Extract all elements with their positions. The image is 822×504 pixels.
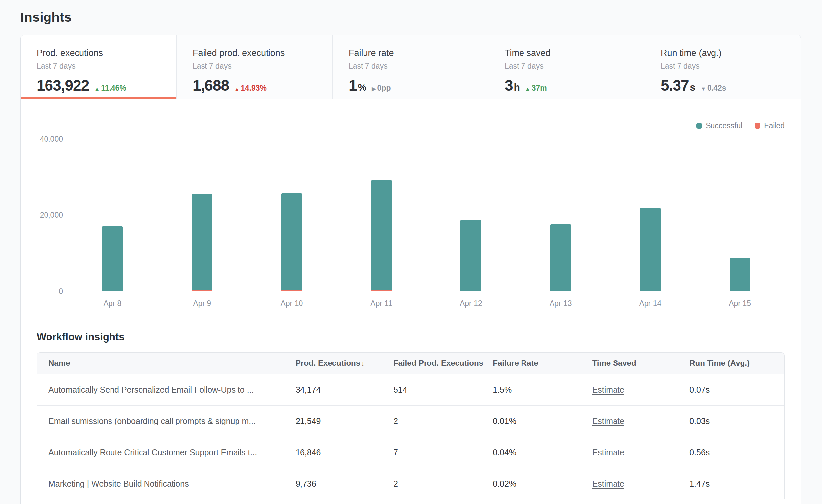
column-header-label: Failed Prod. Executions — [394, 359, 483, 368]
executions-chart: SuccessfulFailed 020,00040,000 Apr 8Apr … — [21, 99, 801, 308]
card-delta-text: 11.46% — [101, 84, 126, 93]
cell-failed-executions: 2 — [394, 405, 493, 437]
bar — [371, 180, 392, 291]
y-tick-label: 0 — [59, 287, 63, 296]
chart-legend: SuccessfulFailed — [37, 121, 785, 130]
cell-name: Email sumissions (onboarding call prompt… — [37, 405, 296, 437]
bar — [281, 193, 302, 291]
cell-failure-rate: 1.5% — [493, 374, 592, 405]
bar-failed-segment — [281, 290, 302, 291]
cell-prod-executions-value: 21,549 — [296, 416, 321, 426]
card-delta: ▼0.42s — [701, 84, 726, 93]
column-header-run-time-avg-[interactable]: Run Time (Avg.) — [690, 353, 784, 374]
workflow-name-link[interactable]: Automatically Route Critical Customer Su… — [48, 448, 296, 457]
cell-prod-executions-value: 34,174 — [296, 385, 321, 394]
bar-group-apr-10 — [247, 139, 337, 291]
workflow-name-link[interactable]: Email sumissions (onboarding call prompt… — [48, 416, 296, 426]
bar-group-apr-15 — [695, 139, 785, 291]
table-body: Automatically Send Personalized Email Fo… — [37, 374, 784, 499]
table-row: Automatically Send Personalized Email Fo… — [37, 374, 784, 405]
bar — [191, 194, 213, 291]
cell-run-time: 1.47s — [690, 468, 784, 499]
card-sublabel: Last 7 days — [37, 62, 170, 71]
card-label: Prod. executions — [37, 48, 170, 58]
insights-panel: Prod. executionsLast 7 days163,922▲11.46… — [20, 35, 801, 504]
summary-tab-prod-executions[interactable]: Prod. executionsLast 7 days163,922▲11.46… — [21, 35, 177, 99]
bar-successful-segment — [371, 180, 392, 290]
cell-run-time-value: 1.47s — [690, 479, 710, 488]
plot-area — [68, 139, 785, 291]
cell-time-saved: Estimate — [592, 437, 690, 468]
legend-chip-icon — [696, 123, 702, 129]
cell-failure-rate: 0.02% — [493, 468, 592, 499]
cell-time-saved: Estimate — [592, 468, 690, 499]
bar-successful-segment — [550, 224, 571, 291]
trend-right-icon: ▶ — [372, 86, 376, 92]
column-header-failed-prod-executions[interactable]: Failed Prod. Executions — [394, 353, 493, 374]
bar-group-apr-9 — [157, 139, 247, 291]
card-sublabel: Last 7 days — [192, 62, 326, 71]
cell-run-time-value: 0.56s — [690, 448, 710, 457]
column-header-label: Name — [48, 359, 70, 368]
estimate-link[interactable]: Estimate — [592, 479, 625, 488]
cell-time-saved: Estimate — [592, 374, 690, 405]
summary-tab-failure-rate[interactable]: Failure rateLast 7 days1%▶0pp — [333, 35, 489, 99]
cell-failed-executions-value: 2 — [394, 479, 398, 488]
cell-failure-rate: 0.01% — [493, 405, 592, 437]
card-value-row: 1%▶0pp — [349, 76, 482, 94]
card-delta: ▲11.46% — [94, 84, 126, 93]
cell-run-time: 0.07s — [690, 374, 784, 405]
column-header-label: Time Saved — [592, 359, 636, 368]
column-header-name[interactable]: Name — [37, 353, 296, 374]
estimate-link[interactable]: Estimate — [592, 416, 625, 426]
cell-failure-rate-value: 0.02% — [493, 479, 516, 488]
bar — [102, 226, 123, 291]
bar-group-apr-12 — [426, 139, 516, 291]
summary-tab-failed-prod-executions[interactable]: Failed prod. executionsLast 7 days1,688▲… — [177, 35, 333, 99]
table-header-row: NameProd. Executions↓Failed Prod. Execut… — [37, 353, 784, 374]
legend-item-failed[interactable]: Failed — [755, 121, 785, 130]
cell-failed-executions: 7 — [394, 437, 493, 468]
card-delta-text: 0.42s — [707, 84, 726, 93]
summary-tab-time-saved[interactable]: Time savedLast 7 days3h▲37m — [489, 35, 645, 99]
cell-name: Automatically Send Personalized Email Fo… — [37, 374, 296, 405]
table-row: Email sumissions (onboarding call prompt… — [37, 405, 784, 437]
cell-run-time-value: 0.07s — [690, 385, 710, 394]
card-delta: ▶0pp — [372, 84, 391, 93]
bar-failed-segment — [102, 291, 123, 291]
summary-tab-run-time-avg[interactable]: Run time (avg.)Last 7 days5.37s▼0.42s — [645, 35, 801, 99]
column-header-label: Run Time (Avg.) — [690, 359, 750, 368]
cell-failed-executions: 2 — [394, 468, 493, 499]
bar-failed-segment — [460, 291, 481, 291]
card-value-row: 163,922▲11.46% — [37, 76, 170, 94]
x-tick-label: Apr 12 — [426, 299, 516, 308]
card-label: Time saved — [505, 48, 638, 58]
workflow-name-link[interactable]: Marketing | Website Build Notifications — [48, 479, 296, 489]
card-value-row: 5.37s▼0.42s — [661, 76, 794, 94]
card-value-unit: h — [514, 82, 520, 93]
legend-item-successful[interactable]: Successful — [696, 121, 742, 130]
bar — [730, 258, 750, 291]
column-header-prod-executions[interactable]: Prod. Executions↓ — [296, 353, 394, 374]
bar-successful-segment — [102, 226, 123, 291]
card-value: 5.37 — [661, 76, 689, 94]
card-label: Failure rate — [349, 48, 482, 58]
estimate-link[interactable]: Estimate — [592, 385, 625, 394]
column-header-time-saved[interactable]: Time Saved — [592, 353, 690, 374]
cell-prod-executions: 9,736 — [296, 468, 394, 499]
card-delta: ▲37m — [525, 84, 547, 93]
bar-successful-segment — [730, 258, 750, 291]
workflow-insights-title: Workflow insights — [37, 331, 785, 343]
card-value-unit: % — [358, 82, 367, 93]
trend-up-icon: ▲ — [525, 86, 530, 92]
bar-group-apr-13 — [516, 139, 605, 291]
estimate-link[interactable]: Estimate — [592, 448, 625, 457]
workflow-name-link[interactable]: Automatically Send Personalized Email Fo… — [48, 385, 296, 395]
card-value-row: 3h▲37m — [505, 76, 638, 94]
card-value: 163,922 — [37, 76, 89, 94]
cell-run-time-value: 0.03s — [690, 416, 710, 426]
column-header-failure-rate[interactable]: Failure Rate — [493, 353, 592, 374]
active-tab-indicator — [21, 97, 176, 99]
x-tick-label: Apr 10 — [247, 299, 337, 308]
bar — [550, 224, 571, 291]
